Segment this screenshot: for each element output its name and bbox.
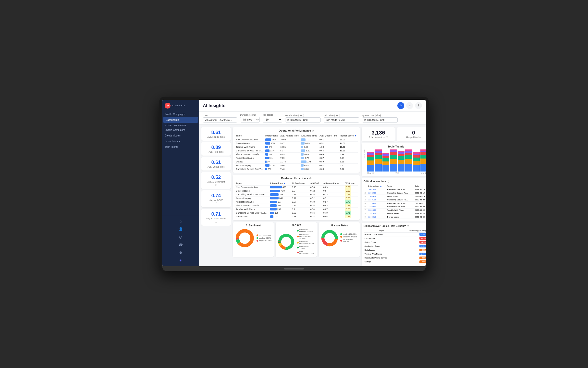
operational-table: Topic Interactions Avg. Handle Time Avg.… [235,134,358,171]
cx-issue: 0.66 [322,215,343,219]
op-handle-time: 8.89 [279,153,300,156]
ci-id[interactable]: 1133263 [367,205,386,209]
filter-button[interactable]: ≡ [406,102,413,109]
cx-score: 0.68 [343,193,358,196]
ci-id[interactable]: 1102982 [367,191,386,195]
ci-col-interactions[interactable]: Interactions ▲ [367,184,386,188]
sidebar-label-enable-campaigns: Enable Campaigns [165,113,185,116]
op-impact-score: 14.81 [339,142,358,145]
chart-bar-group [420,149,426,172]
sidebar-settings-icon[interactable]: ⚙ [162,249,199,257]
top-topics-label: Top Topics [263,114,282,116]
col-queue-time[interactable]: Avg. Queue Time [318,134,339,138]
duration-filter-select[interactable]: Minutes [240,117,260,123]
movers-col-pct: Percentage Change [399,229,426,233]
ci-id[interactable]: 1163515 [367,215,386,219]
sidebar-item-enable-campaigns[interactable]: Enable Campaigns [162,111,199,117]
ci-col-topic[interactable]: Topic [386,184,414,188]
ci-num: 2 [364,191,367,195]
sidebar-item-create-models[interactable]: Create Models [162,133,199,138]
list-item: Trouble With Phone 29% [364,252,426,256]
donut-charts-row: AI Sentiment [233,222,360,257]
op-impact-score: 11.97 [339,145,358,149]
avg-handle-time-value: 8.61 [204,130,228,135]
cx-issue: 0.79 [322,211,343,215]
sidebar-item-define-intents[interactable]: Define Intents [162,138,199,144]
chart-bar-segment [420,151,426,152]
cx-col-issue[interactable]: AI Issue Status [322,181,343,185]
op-handle-time: 7.79 [279,156,300,160]
sidebar-item-dashboards[interactable]: Dashboards [163,117,198,123]
col-topic[interactable]: Topic [235,134,264,138]
avg-issue-value: 0.71 [204,211,228,217]
cx-col-score[interactable]: CX Score [343,181,358,185]
cx-col-topic[interactable]: Topic [235,181,269,185]
refresh-button[interactable]: ↻ [397,102,404,109]
ci-id[interactable]: 1134030 [367,209,386,212]
usage-minutes-value: 0 [399,130,426,136]
topic-trends-bars [366,149,426,172]
op-handle-time: 5.98 [279,164,300,167]
ti-info-icon[interactable]: ⓘ [386,136,388,138]
chart-bar-segment [390,152,397,155]
ci-id[interactable]: 1067057 [367,188,386,191]
sidebar-phone-icon[interactable]: ☎ [162,241,199,249]
cx-col-sentiment[interactable]: AI Sentiment [291,181,309,185]
sentiment-info-icon[interactable]: ⓘ [215,184,217,186]
hold-time-input[interactable] [324,117,359,123]
cx-issue: 0.67 [322,208,343,211]
movers-info-icon[interactable]: ⓘ [407,225,409,227]
cx-csat: 0.74 [309,215,322,219]
cx-sentiment: 0.56 [291,211,309,215]
col-handle-time[interactable]: Avg. Handle Time [279,134,300,138]
ci-id[interactable]: 1129391 [367,202,386,205]
issue-info-icon[interactable]: ⓘ [215,221,217,223]
cx-col-csat[interactable]: AI CSAT [309,181,322,185]
ai-sentiment-donut-svg [235,228,255,248]
sidebar-item-train-intents[interactable]: Train Intents [162,144,199,150]
op-topic: Trouble With Phone [235,145,264,149]
ci-topic: Order Status [386,195,414,198]
sidebar-label-define-intents: Define Intents [165,140,180,143]
op-hold-time: 0.68 [300,167,318,171]
col-interactions[interactable]: Interactions [264,134,279,138]
ci-id[interactable]: 1113106 [367,198,386,202]
ci-id[interactable]: 1151619 [367,212,386,215]
cx-score: 0.66 [343,215,358,219]
date-filter-input[interactable] [203,117,237,123]
top-topics-select[interactable]: 10 [263,117,282,123]
sidebar-icons: ⌂ 👤 ◎ ☎ ⚙ ✦ [162,215,199,266]
avg-handle-time-label: Avg. Handle Time [204,136,228,138]
csat-info-icon[interactable]: ⓘ [215,202,217,205]
sidebar-ai-icon[interactable]: ✦ [162,257,199,264]
col-impact-score[interactable]: Impact Score ▼ [339,134,358,138]
sidebar-users-icon[interactable]: 👤 [162,225,199,233]
ci-col-date[interactable]: Date [414,184,426,188]
sidebar-home-icon[interactable]: ⌂ [162,217,199,225]
queue-time-input[interactable] [362,117,398,123]
chart-bar-segment [390,159,397,164]
sidebar-globe-icon[interactable]: ◎ [162,233,199,241]
ci-date: 2023-05-16 [414,188,426,191]
col-hold-time[interactable]: Avg. Hold Time [300,134,318,138]
cx-col-interactions[interactable]: Interactions ▼ [269,181,291,185]
op-impact-score: 6.16 [339,160,358,164]
list-item: Reactivate Phone Service -25% [364,256,426,260]
ci-topic: Device Issues [386,215,414,219]
cx-info-icon[interactable]: ⓘ [309,177,311,180]
table-row: 7 1134030 Trouble With Phone 2023-05-22 [364,209,426,212]
handle-time-input[interactable] [285,117,321,123]
table-row: Outage 3% 11.74 1.45 0.89 6.16 [235,160,358,164]
cx-issue: 0.6 [322,189,343,193]
ci-info-icon[interactable]: ⓘ [387,181,389,183]
ci-id[interactable]: 1104914 [367,195,386,198]
op-info-icon[interactable]: ⓘ [312,130,314,132]
avg-sentiment-value: 0.52 [204,174,228,180]
chart-bar-segment [390,150,397,152]
op-queue-time: 0.51 [318,142,339,145]
table-row: 3 1104914 Order Status 2023-05-19 [364,195,426,198]
chart-bar-segment [405,164,412,172]
more-button[interactable]: ⋮ [415,102,422,109]
sidebar-item-enable-campaigns-2[interactable]: Enable Campaigns [162,127,199,133]
chart-bar-segment [390,155,397,159]
